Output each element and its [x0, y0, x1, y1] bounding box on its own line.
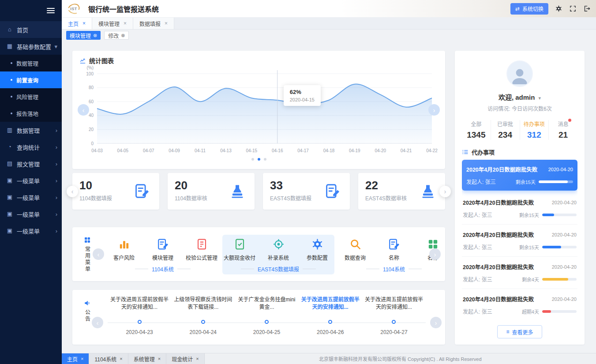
carousel-dot[interactable]	[264, 158, 266, 161]
stat-value: 234	[491, 130, 520, 140]
sidebar-item-report-manage[interactable]: ▤ 报文管理 ›	[0, 155, 62, 172]
system-switch-button[interactable]: ⇄ 系统切换	[510, 3, 548, 15]
svg-text:04-03: 04-03	[91, 148, 103, 153]
announcement-item[interactable]: 关于改进周五提前放假半天的安排通知... 2020-04-27	[362, 296, 426, 341]
todo-item[interactable]: 2020年4月20日数据跑批失败 2020-04-20 发起人: 张三 超期4天	[462, 289, 577, 320]
tag-module-manage[interactable]: 模块管理 ⊗	[66, 31, 101, 40]
stat-approved[interactable]: 已审批 234	[491, 120, 520, 140]
tag-modify[interactable]: 修改 ⊗	[104, 31, 129, 40]
tab-module-manage[interactable]: 模块管理 ×	[92, 18, 133, 29]
view-more-button[interactable]: ≡ 查看更多	[497, 325, 542, 338]
announcement-item-highlighted[interactable]: 关于改进周五提前放假半天的安排通知... 2020-04-26	[299, 296, 362, 341]
announcement-item[interactable]: 关于改进周五提前放假半天的安排通知... 2020-04-23	[108, 296, 171, 341]
todo-item-title: 2020年4月20日数据跑批失败	[463, 230, 534, 239]
svg-text:20: 20	[89, 127, 94, 132]
sidebar-item-data-manage[interactable]: ▥ 数据管理 ›	[0, 122, 62, 139]
visit-info: 访问情况: 今日访问次数6次	[462, 105, 577, 112]
fullscreen-icon[interactable]	[569, 5, 577, 12]
menu-shortcut-supplement-system[interactable]: 补录系统	[263, 238, 294, 261]
menu-shortcut-customer-risk[interactable]: 客户风险	[109, 238, 139, 261]
sidebar-item-query-stats[interactable]: ◔ 查询统计 ›	[0, 139, 62, 155]
chart-next-arrow[interactable]: ›	[428, 104, 440, 116]
sidebar-item-level-menu-1[interactable]: ▣ 一级菜单 ›	[0, 172, 62, 189]
menu-prev-arrow[interactable]: ‹	[93, 248, 104, 260]
sidebar-item-base-params[interactable]: ▦ 基础参数配置 ▾	[0, 38, 62, 55]
sidebar-item-level-menu-4[interactable]: ▣ 一级菜单 ›	[0, 222, 62, 239]
tab-home[interactable]: 主页 ×	[62, 18, 92, 29]
stat-card-east4s-audit[interactable]: 22 EAST4S数据审核	[358, 173, 445, 210]
todo-item-active[interactable]: 2020年4月20日数据跑批失败 2020-04-20 发起人: 张三 剩余15…	[462, 160, 577, 191]
stat-card-east4s-fill[interactable]: 33 EAST4S数据填报	[263, 173, 350, 210]
close-icon[interactable]: ×	[81, 356, 83, 361]
stats-next-arrow[interactable]: ›	[439, 186, 451, 197]
menu-shortcut-name-1[interactable]: 名称	[379, 238, 409, 261]
chart-prev-arrow[interactable]: ‹	[78, 104, 89, 116]
sidebar-subitem-label: 数据管理	[16, 59, 38, 68]
close-icon[interactable]: ×	[196, 356, 199, 361]
chevron-right-icon: ›	[56, 211, 57, 218]
group-system-label[interactable]: EAST4S数据填报	[258, 265, 299, 273]
close-icon[interactable]: ×	[82, 20, 86, 26]
announcement-item[interactable]: 关于广发金业务挂盘mini黄金... 2020-04-25	[235, 296, 298, 341]
progress-bar	[542, 278, 577, 281]
tab-bar: 主页 × 模块管理 × 数据填报 ×	[62, 18, 596, 30]
stat-all[interactable]: 全部 1345	[462, 120, 491, 140]
timeline-dot-icon	[328, 320, 332, 324]
user-dropdown[interactable]: 欢迎, admin ▾	[462, 92, 577, 101]
main-content: 统计图表 020406080100(%)04-0304-0504-0704-09…	[62, 41, 596, 353]
close-icon[interactable]: ×	[165, 20, 168, 26]
todo-item[interactable]: 2020年4月20日数据跑批失败 2020-04-20 发起人: 张三 剩余4天	[462, 257, 577, 289]
todo-item[interactable]: 2020年4月20日数据跑批失败 2020-04-20 发起人: 张三 剩余15…	[462, 225, 577, 257]
close-circle-icon[interactable]: ⊗	[93, 33, 97, 38]
chevron-right-icon: ›	[56, 144, 57, 150]
footer-tab-1104[interactable]: 1104系统 ×	[89, 353, 128, 364]
gear-icon[interactable]	[555, 5, 562, 12]
sidebar-item-home[interactable]: ⌂ 首页	[0, 21, 62, 38]
close-icon[interactable]: ×	[120, 356, 122, 361]
svg-text:04-05: 04-05	[117, 148, 129, 153]
carousel-dot-active[interactable]	[258, 158, 260, 161]
menu-next-arrow[interactable]: ›	[429, 248, 441, 260]
close-circle-icon[interactable]: ⊗	[121, 33, 125, 38]
footer-tab-home[interactable]: 主页 ×	[62, 353, 89, 364]
stat-card-1104-audit[interactable]: 20 1104数据审核	[168, 173, 255, 210]
tab-label: 模块管理	[98, 20, 120, 27]
carousel-dot[interactable]	[251, 158, 254, 161]
todo-item[interactable]: 2020年4月20日数据跑批失败 2020-04-20 发起人: 张三 剩余15…	[462, 192, 577, 225]
group-system-label[interactable]: 1104系统	[152, 265, 174, 273]
stat-messages[interactable]: 消息 21	[549, 120, 577, 140]
announcement-next-arrow[interactable]: ›	[430, 317, 442, 328]
sidebar-item-label: 报文管理	[17, 160, 40, 168]
menu-shortcut-formula-manage[interactable]: 校验公式管理	[186, 238, 217, 261]
footer-tab-system-manage[interactable]: 系统管理 ×	[128, 353, 166, 364]
sidebar-item-level-menu-3[interactable]: ▣ 一级菜单 ›	[0, 206, 62, 222]
menu-fold-icon[interactable]	[47, 7, 55, 15]
stat-value: 312	[520, 130, 549, 140]
stat-label: 已审批	[491, 120, 520, 128]
close-icon[interactable]: ×	[158, 356, 161, 361]
sidebar-subitem-report-landing[interactable]: 报告落地	[0, 105, 62, 122]
sidebar-subitem-pre-query[interactable]: 前置查询	[0, 71, 62, 88]
sidebar-item-level-menu-2[interactable]: ▣ 一级菜单 ›	[0, 189, 62, 206]
stat-card-1104-fill[interactable]: 10 1104数据填报	[72, 173, 159, 210]
group-system-label[interactable]: 1104系统	[383, 265, 405, 273]
sidebar-subitem-data-manage[interactable]: 数据管理	[0, 55, 62, 71]
divider-line	[241, 269, 254, 269]
chevron-down-icon: ▾	[54, 43, 57, 50]
announcement-prev-arrow[interactable]: ‹	[92, 317, 103, 328]
stat-pending[interactable]: 待办事项 312	[520, 120, 549, 140]
todo-list: 2020年4月20日数据跑批失败 2020-04-20 发起人: 张三 剩余15…	[462, 160, 577, 320]
announcement-item[interactable]: 上级领导视察反洗钱时间表下载链接... 2020-04-24	[171, 296, 235, 341]
menu-group-east4s: 大额现金收付 补录系统 参数配置 EAST4S数据填报	[222, 235, 334, 274]
sidebar-subitem-risk-manage[interactable]: 风险管理	[0, 88, 62, 105]
stats-prev-arrow[interactable]: ‹	[67, 186, 78, 197]
avatar[interactable]	[506, 60, 533, 87]
footer-tab-cash-stats[interactable]: 现金统计 ×	[166, 353, 204, 364]
logout-icon[interactable]	[583, 5, 591, 12]
close-icon[interactable]: ×	[124, 20, 127, 26]
menu-shortcut-data-query[interactable]: 数据查询	[340, 238, 371, 261]
menu-shortcut-module-manage[interactable]: 模块管理	[147, 238, 178, 261]
menu-shortcut-large-cash[interactable]: 大额现金收付	[224, 238, 255, 261]
tab-data-fill[interactable]: 数据填报 ×	[133, 18, 174, 29]
menu-shortcut-param-config[interactable]: 参数配置	[302, 238, 333, 261]
